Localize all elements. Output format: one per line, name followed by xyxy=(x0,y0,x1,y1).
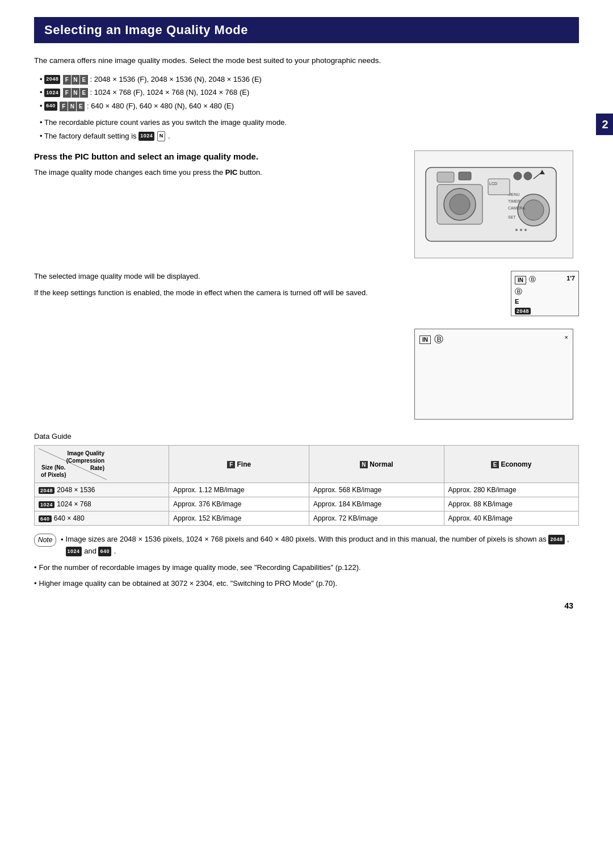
fnne-1024: FNE xyxy=(63,88,88,98)
table-header-row: Image Quality(CompressionRate) Size (No.… xyxy=(35,446,579,483)
economy-1024: Approx. 88 KB/image xyxy=(444,497,578,511)
mode-1024: 1024 FNE : 1024 × 768 (F), 1024 × 768 (N… xyxy=(40,87,579,98)
svg-point-18 xyxy=(515,229,518,231)
right-column-camera: MENU TIMER CAMERA SET LCD xyxy=(414,150,579,265)
notes-section: Note • Image sizes are 2048 × 1536 pixel… xyxy=(34,534,579,590)
data-guide-section: Data Guide Image Quality(CompressionRate… xyxy=(34,432,579,526)
mode-list: 2048 FNE : 2048 × 1536 (F), 2048 × 1536 … xyxy=(34,74,579,112)
note-item-3: • Higher image quality can be obtained a… xyxy=(34,578,579,590)
second-left: The selected image quality mode will be … xyxy=(34,271,403,426)
table-header-normal: N Normal xyxy=(309,446,444,483)
mode-2048: 2048 FNE : 2048 × 1536 (F), 2048 × 1536 … xyxy=(40,74,579,85)
small-notes: The recordable picture count varies as y… xyxy=(34,117,579,141)
intro-paragraph: The camera offers nine image quality mod… xyxy=(34,54,579,67)
badge-1024: 1024 xyxy=(44,89,60,98)
page-number: 43 xyxy=(34,601,579,610)
fnne-2048: FNE xyxy=(63,75,88,85)
camera-diagram: MENU TIMER CAMERA SET LCD xyxy=(414,150,573,258)
svg-rect-5 xyxy=(459,172,471,180)
badge-2048: 2048 xyxy=(44,75,60,84)
table-header-economy: E Economy xyxy=(444,446,578,483)
svg-point-3 xyxy=(450,194,470,215)
svg-point-9 xyxy=(523,200,544,220)
svg-text:LCD: LCD xyxy=(489,182,497,186)
fine-1024: Approx. 376 KB/image xyxy=(169,497,309,511)
small-note-1: The recordable picture count varies as y… xyxy=(40,117,579,128)
camera-svg: MENU TIMER CAMERA SET LCD xyxy=(420,156,568,253)
size-cell-1024: 1024 1024 × 768 xyxy=(35,497,169,511)
note-item-1: Note • Image sizes are 2048 × 1536 pixel… xyxy=(34,534,579,557)
svg-point-19 xyxy=(520,229,522,231)
size-cell-2048: 2048 2048 × 1536 xyxy=(35,483,169,497)
page-title: Selecting an Image Quality Mode xyxy=(34,17,579,43)
table-body: 2048 2048 × 1536 Approx. 1.12 MB/image A… xyxy=(35,483,579,526)
economy-2048: Approx. 280 KB/image xyxy=(444,483,578,497)
keep-settings-text: If the keep settings function is enabled… xyxy=(34,287,403,299)
svg-point-20 xyxy=(524,229,527,231)
svg-text:CAMERA: CAMERA xyxy=(508,206,525,210)
chapter-number-tab: 2 xyxy=(596,114,613,135)
small-note-2: The factory default setting is 1024 N . xyxy=(40,131,579,142)
svg-text:TIMER: TIMER xyxy=(508,199,520,203)
economy-640: Approx. 40 KB/image xyxy=(444,511,578,526)
display-indicator-2: IN Ⓑ × xyxy=(414,329,573,420)
table-row: 640 640 × 480 Approx. 152 KB/image Appro… xyxy=(35,511,579,526)
data-guide-label: Data Guide xyxy=(34,432,579,441)
svg-rect-7 xyxy=(524,172,532,180)
table-row: 2048 2048 × 1536 Approx. 1.12 MB/image A… xyxy=(35,483,579,497)
second-area: The selected image quality mode will be … xyxy=(34,271,579,426)
normal-1024: Approx. 184 KB/image xyxy=(309,497,444,511)
size-cell-640: 640 640 × 480 xyxy=(35,511,169,526)
selected-display-text: The selected image quality mode will be … xyxy=(34,271,403,283)
svg-rect-4 xyxy=(437,172,454,182)
table-header-diagonal: Image Quality(CompressionRate) Size (No.… xyxy=(35,446,169,483)
table-row: 1024 1024 × 768 Approx. 376 KB/image App… xyxy=(35,497,579,511)
table-header-fine: F Fine xyxy=(169,446,309,483)
note-tag: Note xyxy=(34,534,56,547)
left-column: Press the PIC button and select an image… xyxy=(34,150,403,265)
normal-640: Approx. 72 KB/image xyxy=(309,511,444,526)
diagonal-header: Image Quality(CompressionRate) Size (No.… xyxy=(39,448,107,480)
fine-640: Approx. 152 KB/image xyxy=(169,511,309,526)
fnne-640: FNE xyxy=(60,102,85,111)
display-indicator-1: IN Ⓑ 1'7 Ⓑ E 2048 xyxy=(511,271,579,316)
fine-2048: Approx. 1.12 MB/image xyxy=(169,483,309,497)
note-item-2: • For the number of recordable images by… xyxy=(34,562,579,574)
svg-rect-6 xyxy=(514,172,522,180)
svg-text:SET: SET xyxy=(508,215,516,219)
body-text-pic: The image quality mode changes each time… xyxy=(34,167,403,179)
normal-2048: Approx. 568 KB/image xyxy=(309,483,444,497)
mode-640: 640 FNE : 640 × 480 (F), 640 × 480 (N), … xyxy=(40,100,579,112)
badge-640: 640 xyxy=(44,102,57,111)
main-content-area: Press the PIC button and select an image… xyxy=(34,150,579,265)
press-heading: Press the PIC button and select an image… xyxy=(34,150,403,162)
second-right-displays: IN Ⓑ 1'7 Ⓑ E 2048 IN Ⓑ xyxy=(414,271,579,426)
data-table: Image Quality(CompressionRate) Size (No.… xyxy=(34,445,579,526)
